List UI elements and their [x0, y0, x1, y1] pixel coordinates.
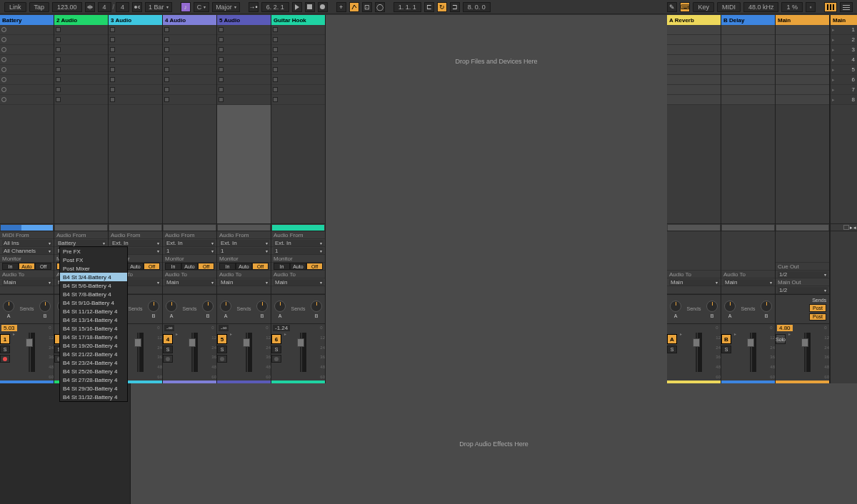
track-activator[interactable]: 4 [163, 334, 173, 344]
drop-zone[interactable]: Drop Files and Devices Here [326, 15, 667, 383]
input-channel-select[interactable]: All Channels [2, 248, 52, 254]
routing-dropdown[interactable]: Pre FXPost FXPost MixerB4 St 3/4-Battery… [59, 246, 128, 402]
track-header[interactable]: Guitar Hook [271, 15, 325, 25]
input-type-select[interactable]: Ext. In [274, 240, 324, 246]
post-button[interactable]: Post [809, 313, 826, 321]
clip-slot[interactable] [54, 65, 108, 75]
scene-launch[interactable]: 5 [831, 65, 857, 75]
scene-launch[interactable]: 2 [831, 35, 857, 45]
position-field[interactable]: 6. 2. 1 [261, 2, 289, 12]
input-type-select[interactable]: Ext. In [111, 240, 161, 246]
track-status-bar[interactable] [667, 223, 721, 231]
clip-slot[interactable] [271, 55, 325, 65]
solo-button[interactable]: S [667, 346, 677, 353]
clip-slot[interactable] [0, 25, 54, 35]
overdub-icon[interactable]: + [336, 2, 346, 12]
punch-in-icon[interactable]: ⊏ [424, 2, 434, 12]
metronome-button[interactable] [132, 2, 142, 12]
dropdown-item[interactable]: B4 St 31/32-Battery 4 [60, 393, 127, 401]
clip-slot[interactable] [163, 75, 216, 85]
volume-fader[interactable] [178, 324, 211, 380]
tap-button[interactable]: Tap [29, 2, 50, 12]
clip-slot[interactable] [54, 75, 108, 85]
input-channel-select[interactable]: 1 [165, 248, 215, 254]
dropdown-item[interactable]: B4 St 5/6-Battery 4 [60, 281, 127, 290]
clip-slot[interactable] [54, 25, 108, 35]
clip-slot[interactable] [109, 35, 162, 45]
monitor-off-button[interactable]: Off [252, 263, 269, 270]
track-status-bar[interactable] [109, 223, 162, 231]
clip-slot[interactable] [271, 65, 325, 75]
metronome-icon[interactable] [85, 2, 95, 12]
dropdown-item[interactable]: B4 St 21/22-Battery 4 [60, 350, 127, 358]
monitor-in-button[interactable]: In [274, 263, 290, 270]
clip-slot[interactable] [217, 75, 271, 85]
output-select[interactable]: Main [669, 279, 719, 286]
midi-map-button[interactable]: MIDI [717, 2, 741, 12]
track-header[interactable]: 2 Audio [54, 15, 108, 25]
send-b-knob[interactable] [706, 301, 718, 312]
monitor-off-button[interactable]: Off [306, 263, 323, 270]
clip-slot[interactable] [109, 45, 162, 55]
arm-button[interactable] [217, 355, 227, 363]
solo-button[interactable]: S [0, 346, 10, 353]
solo-button[interactable]: S [721, 346, 731, 353]
send-b-knob[interactable] [148, 301, 159, 312]
clip-slot[interactable] [217, 85, 271, 95]
track-activator[interactable]: 5 [217, 334, 227, 344]
post-button[interactable]: Post [809, 304, 826, 312]
return-toggle-icon[interactable]: ▸ [850, 225, 853, 230]
stop-button[interactable] [305, 2, 315, 12]
volume-fader[interactable] [736, 324, 770, 380]
dropdown-item[interactable]: B4 St 9/10-Battery 4 [60, 298, 127, 307]
dropdown-item[interactable]: B4 St 17/18-Battery 4 [60, 333, 127, 341]
clip-slot[interactable] [109, 75, 162, 85]
track-activator[interactable]: 6 [271, 334, 281, 344]
scene-header[interactable]: Main [831, 15, 857, 25]
root-note-select[interactable]: C [194, 2, 210, 12]
clip-slot[interactable] [163, 65, 216, 75]
scene-launch[interactable]: 1 [831, 25, 857, 35]
output-select[interactable]: Main [723, 279, 773, 286]
output-select[interactable]: Main [165, 279, 215, 286]
monitor-auto-button[interactable]: Auto [127, 263, 144, 270]
dropdown-item[interactable]: B4 St 3/4-Battery 4 [60, 273, 127, 281]
volume-fader[interactable] [682, 324, 716, 380]
clip-slot[interactable] [109, 95, 162, 105]
clip-slot[interactable] [0, 65, 54, 75]
track-activator[interactable]: A [667, 334, 677, 344]
track-header[interactable]: 5 Audio [217, 15, 271, 25]
track-status-bar[interactable] [0, 223, 54, 231]
monitor-in-button[interactable]: In [219, 263, 236, 270]
track-status-bar[interactable] [776, 223, 829, 231]
send-b-knob[interactable] [311, 301, 322, 312]
volume-fader[interactable] [232, 324, 266, 380]
monitor-off-button[interactable]: Off [198, 263, 214, 270]
monitor-off-button[interactable]: Off [35, 263, 51, 270]
track-status-bar[interactable] [54, 223, 108, 231]
clip-slot[interactable] [0, 55, 54, 65]
keyboard-icon[interactable]: ⌨ [680, 2, 690, 12]
monitor-in-button[interactable]: In [2, 263, 19, 270]
follow-icon[interactable]: →• [249, 2, 259, 12]
loop-icon[interactable]: ↻ [437, 2, 447, 12]
clip-slot[interactable] [54, 45, 108, 55]
track-status-bar[interactable] [163, 223, 216, 231]
arm-button[interactable] [271, 355, 281, 363]
track-status-bar[interactable] [721, 223, 775, 231]
clip-slot[interactable] [163, 95, 216, 105]
monitor-auto-button[interactable]: Auto [236, 263, 252, 270]
dropdown-item[interactable]: B4 St 15/16-Battery 4 [60, 324, 127, 333]
mixer-toggle-icon[interactable]: ◂ [853, 225, 856, 230]
scale-mode-icon[interactable]: ♪ [181, 2, 191, 12]
clip-slot[interactable] [163, 35, 216, 45]
track-header[interactable]: Battery [0, 15, 54, 25]
volume-fader[interactable] [791, 324, 824, 380]
tempo-field[interactable]: 123.00 [52, 2, 82, 12]
dropdown-item[interactable]: B4 St 27/28-Battery 4 [60, 376, 127, 384]
session-view-icon[interactable] [824, 2, 837, 12]
monitor-in-button[interactable]: In [165, 263, 181, 270]
clip-slot[interactable] [271, 75, 325, 85]
track-header[interactable]: 3 Audio [109, 15, 162, 25]
monitor-auto-button[interactable]: Auto [19, 263, 35, 270]
